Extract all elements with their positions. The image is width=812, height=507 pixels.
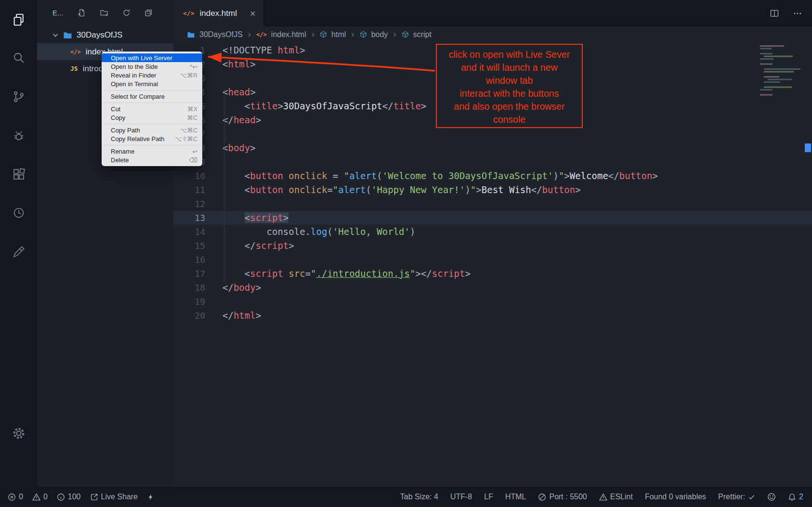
- menu-item-label: Cut: [111, 105, 120, 113]
- live-server-port[interactable]: Port : 5500: [538, 493, 587, 501]
- menu-item-copy[interactable]: Copy⌘C: [102, 113, 202, 122]
- live-share-button[interactable]: Live Share: [90, 493, 138, 501]
- breadcrumb-item-body[interactable]: body: [371, 30, 388, 39]
- code-line-11[interactable]: 11 <button onclick="alert('Happy New Yea…: [173, 183, 812, 197]
- share-icon: [90, 493, 98, 501]
- collapse-folders-icon[interactable]: [144, 9, 153, 17]
- chevron-right-icon: ›: [351, 29, 354, 39]
- new-file-icon[interactable]: [78, 9, 86, 17]
- menu-item-open-to-the-side[interactable]: Open to the Side^↩: [102, 62, 202, 71]
- activity-bar: [0, 0, 37, 487]
- settings-gear-icon[interactable]: [11, 425, 27, 442]
- prettier-status[interactable]: Prettier:: [718, 493, 755, 501]
- notification-count: 2: [799, 493, 803, 501]
- explorer-icon[interactable]: [11, 12, 27, 28]
- source-control-icon[interactable]: [11, 89, 27, 105]
- pen-icon[interactable]: [11, 244, 27, 260]
- html-file-icon: </>: [70, 49, 81, 55]
- code-line-17[interactable]: 17 <script src="./introduction.js"></scr…: [173, 267, 812, 281]
- extensions-icon[interactable]: [11, 166, 27, 182]
- code-line-8[interactable]: 8<body>: [173, 141, 812, 155]
- lightning-button[interactable]: [147, 493, 154, 501]
- refresh-icon[interactable]: [122, 9, 131, 17]
- line-content: </body>: [205, 281, 261, 295]
- debug-icon[interactable]: [11, 128, 27, 144]
- search-icon[interactable]: [11, 50, 27, 66]
- eol-indicator[interactable]: LF: [484, 493, 493, 501]
- code-line-9[interactable]: 9: [173, 155, 812, 169]
- menu-item-select-for-compare[interactable]: Select for Compare: [102, 92, 202, 101]
- variables-indicator[interactable]: Found 0 variables: [645, 493, 706, 501]
- code-line-18[interactable]: 18</body>: [173, 281, 812, 295]
- root-folder-label: 30DaysOfJS: [77, 30, 122, 40]
- code-line-19[interactable]: 19: [173, 295, 812, 309]
- js-file-icon: JS: [70, 65, 78, 72]
- menu-item-reveal-in-finder[interactable]: Reveal in Finder⌥⌘R: [102, 71, 202, 79]
- close-icon[interactable]: ×: [250, 9, 256, 18]
- info-metric[interactable]: 100: [57, 493, 81, 501]
- tree-root-folder[interactable]: 30DaysOfJS: [37, 27, 173, 43]
- code-line-10[interactable]: 10 <button onclick = "alert('Welcome to …: [173, 169, 812, 183]
- menu-item-shortcut: ⌘C: [187, 114, 197, 121]
- warning-icon: [32, 493, 40, 501]
- line-content: <button onclick = "alert('Welcome to 30D…: [205, 169, 658, 183]
- html-file-icon: </>: [256, 31, 267, 38]
- line-content: <script src="./introduction.js"></script…: [205, 267, 471, 281]
- error-count: 0: [19, 493, 23, 501]
- split-editor-icon[interactable]: [770, 9, 779, 18]
- clock-icon[interactable]: [11, 205, 27, 221]
- code-line-16[interactable]: 16: [173, 253, 812, 267]
- line-content: </html>: [205, 309, 261, 323]
- menu-item-delete[interactable]: Delete⌫: [102, 156, 202, 164]
- menu-item-copy-relative-path[interactable]: Copy Relative Path⌥⇧⌘C: [102, 134, 202, 143]
- line-number: 16: [173, 253, 205, 267]
- line-number: 12: [173, 197, 205, 211]
- line-content: <button onclick="alert('Happy New Year!'…: [205, 183, 581, 197]
- menu-item-shortcut: ⌘X: [187, 105, 197, 113]
- menu-item-open-in-terminal[interactable]: Open in Terminal: [102, 79, 202, 88]
- menu-item-copy-path[interactable]: Copy Path⌥⌘C: [102, 126, 202, 134]
- code-line-13[interactable]: 13 <script>: [173, 211, 812, 225]
- breadcrumb-item-script[interactable]: script: [413, 30, 432, 39]
- breadcrumb-item-html[interactable]: html: [331, 30, 346, 39]
- notifications-bell[interactable]: 2: [788, 493, 803, 501]
- breadcrumb-item-file[interactable]: index.html: [271, 30, 306, 39]
- menu-item-label: Copy: [111, 114, 125, 121]
- more-actions-icon[interactable]: [793, 9, 802, 18]
- line-content: </head>: [205, 113, 261, 127]
- code-line-20[interactable]: 20</html>: [173, 309, 812, 323]
- error-icon: [8, 493, 16, 501]
- menu-item-shortcut: ⌥⌘C: [180, 127, 197, 134]
- problems-errors[interactable]: 0: [8, 493, 23, 501]
- menu-item-label: Open with Live Server: [111, 54, 172, 62]
- eslint-status[interactable]: ESLint: [599, 493, 633, 501]
- code-line-14[interactable]: 14 console.log('Hello, World'): [173, 225, 812, 239]
- new-folder-icon[interactable]: [100, 9, 108, 17]
- tab-index-html[interactable]: </> index.html ×: [173, 0, 264, 26]
- breadcrumb-item-folder[interactable]: 30DaysOfJS: [199, 30, 243, 39]
- line-content: <html>: [205, 57, 256, 71]
- menu-item-cut[interactable]: Cut⌘X: [102, 104, 202, 113]
- line-content: [205, 71, 223, 85]
- menu-separator: [102, 145, 202, 145]
- overview-ruler-selection-marker: [805, 143, 811, 152]
- menu-item-label: Open to the Side: [111, 63, 158, 70]
- line-content: [205, 127, 223, 141]
- code-line-15[interactable]: 15 </script>: [173, 239, 812, 253]
- code-line-7[interactable]: 7: [173, 127, 812, 141]
- line-number: 18: [173, 281, 205, 295]
- html-file-icon: </>: [183, 10, 194, 17]
- bell-icon: [788, 493, 796, 501]
- language-indicator[interactable]: HTML: [505, 493, 526, 501]
- line-content: <title>30DaysOfJavaScript</title>: [205, 99, 426, 113]
- minimap[interactable]: [758, 44, 804, 98]
- menu-item-open-with-live-server[interactable]: Open with Live Server: [102, 53, 202, 62]
- menu-item-rename[interactable]: Rename↩: [102, 147, 202, 156]
- code-line-12[interactable]: 12: [173, 197, 812, 211]
- feedback-smiley[interactable]: [767, 493, 776, 501]
- line-number: 15: [173, 239, 205, 253]
- tab-size-indicator[interactable]: Tab Size: 4: [400, 493, 438, 501]
- annotation-note: click on open with Live Sever and it wil…: [436, 44, 583, 128]
- problems-warnings[interactable]: 0: [32, 493, 48, 501]
- encoding-indicator[interactable]: UTF-8: [450, 493, 472, 501]
